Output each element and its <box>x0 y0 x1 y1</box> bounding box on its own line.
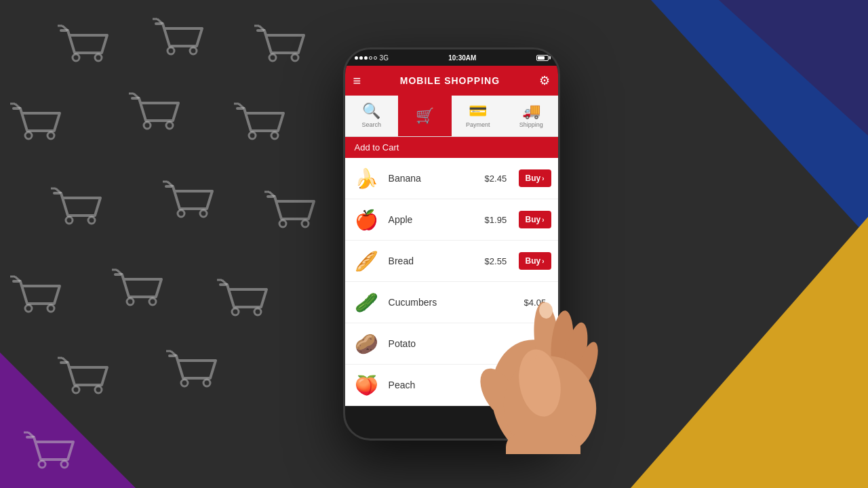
phone-body: 3G 10:30AM ≡ MOBILE SHOPPING ⚙ 🔍 Search … <box>343 47 560 441</box>
status-bar: 3G 10:30AM <box>345 49 558 66</box>
buy-label: Buy <box>526 174 541 183</box>
list-item: 🥔 Potato $3.85 <box>345 323 558 365</box>
list-item: 🍌 Banana $2.45 Buy › <box>345 158 558 199</box>
shipping-tab-icon: 🚚 <box>522 104 540 119</box>
payment-tab-icon: 💳 <box>469 104 487 119</box>
list-item: 🥖 Bread $2.55 Buy › <box>345 241 558 282</box>
battery-icon <box>536 55 549 61</box>
signal-dot-1 <box>355 56 358 60</box>
tab-shipping[interactable]: 🚚 Shipping <box>505 96 558 136</box>
signal-area: 3G <box>355 54 389 62</box>
product-image-banana: 🍌 <box>352 163 382 193</box>
tab-cart[interactable]: 🛒 <box>398 96 452 136</box>
menu-icon[interactable]: ≡ <box>353 73 361 89</box>
buy-button-bread[interactable]: Buy › <box>519 252 551 270</box>
time-label: 10:30AM <box>448 54 476 62</box>
product-name-cucumbers: Cucumbers <box>389 297 517 308</box>
product-image-apple: 🍎 <box>352 205 382 235</box>
signal-dot-5 <box>374 56 377 60</box>
chevron-right-icon: › <box>542 216 544 224</box>
section-label: Add to Cart <box>355 142 399 152</box>
signal-dot-3 <box>364 56 368 60</box>
product-price-bread: $2.55 <box>485 256 512 266</box>
product-image-cucumbers: 🥒 <box>352 287 382 317</box>
buy-label: Buy <box>526 256 541 266</box>
product-image-potato: 🥔 <box>352 329 382 359</box>
chevron-right-icon: › <box>542 258 544 265</box>
chevron-right-icon: › <box>542 175 544 182</box>
search-tab-icon: 🔍 <box>362 104 380 119</box>
chevron-right-icon: › <box>542 382 544 389</box>
buy-button-banana[interactable]: Buy › <box>519 169 551 187</box>
product-price-cucumbers: $4.05 <box>524 298 551 308</box>
network-label: 3G <box>380 54 389 62</box>
tab-search[interactable]: 🔍 Search <box>345 96 399 136</box>
battery-area <box>536 55 549 61</box>
product-name-apple: Apple <box>389 214 478 225</box>
product-name-peach: Peach <box>389 380 478 390</box>
buy-label: Buy <box>526 380 541 390</box>
buy-button-apple[interactable]: Buy › <box>519 211 551 228</box>
list-item: 🍎 Apple $1.95 Buy › <box>345 199 558 241</box>
settings-icon[interactable]: ⚙ <box>539 73 550 88</box>
product-image-bread: 🥖 <box>352 246 382 276</box>
signal-dot-4 <box>369 56 372 60</box>
section-header: Add to Cart <box>345 137 558 158</box>
phone-mockup: 3G 10:30AM ≡ MOBILE SHOPPING ⚙ 🔍 Search … <box>343 47 560 441</box>
list-item: 🍑 Peach $6.35 Buy › <box>345 365 558 406</box>
list-item: 🥒 Cucumbers $4.05 <box>345 282 558 323</box>
signal-dots <box>355 56 377 60</box>
tab-payment-label: Payment <box>466 121 490 128</box>
tab-search-label: Search <box>362 121 382 128</box>
signal-dot-2 <box>359 56 363 60</box>
product-price-potato: $3.85 <box>524 339 551 349</box>
product-image-peach: 🍑 <box>352 370 382 400</box>
buy-button-peach[interactable]: Buy › <box>519 376 551 394</box>
tab-bar: 🔍 Search 🛒 💳 Payment 🚚 Shipping <box>345 96 558 137</box>
tab-shipping-label: Shipping <box>519 121 543 128</box>
battery-fill <box>538 56 545 60</box>
tab-payment[interactable]: 💳 Payment <box>452 96 505 136</box>
product-name-potato: Potato <box>389 338 517 349</box>
product-price-apple: $1.95 <box>485 215 512 225</box>
product-price-banana: $2.45 <box>485 174 512 184</box>
product-list: 🍌 Banana $2.45 Buy › 🍎 Apple $1.95 Buy ›… <box>345 158 558 406</box>
app-header: ≡ MOBILE SHOPPING ⚙ <box>345 66 558 96</box>
cart-tab-icon: 🛒 <box>416 108 434 123</box>
app-title: MOBILE SHOPPING <box>400 75 500 86</box>
buy-label: Buy <box>526 215 541 224</box>
product-price-peach: $6.35 <box>485 380 512 390</box>
product-name-banana: Banana <box>389 173 478 184</box>
product-name-bread: Bread <box>389 256 478 266</box>
